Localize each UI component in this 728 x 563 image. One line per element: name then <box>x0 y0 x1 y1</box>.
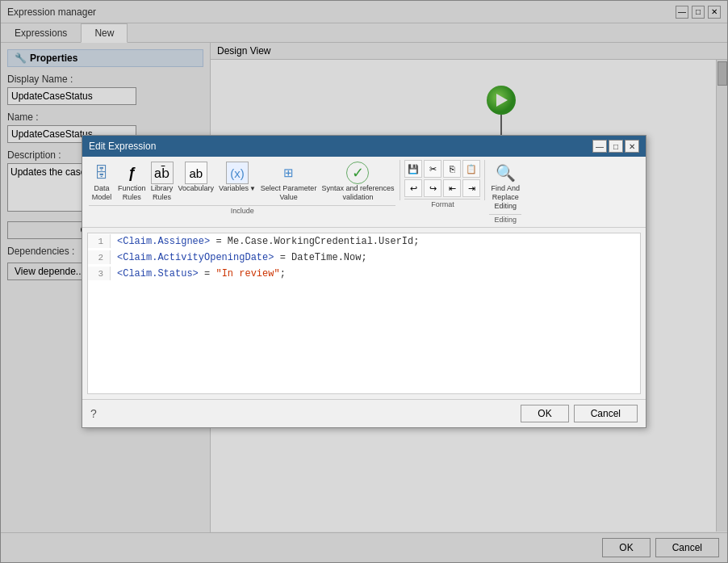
select-parameter-label: Select ParameterValue <box>261 184 317 202</box>
modal-title-bar: Edit Expression — □ ✕ <box>82 136 646 157</box>
modal-minimize-button[interactable]: — <box>592 140 607 153</box>
vocabulary-label: Vocabulary <box>178 184 215 193</box>
main-window: Expression manager — □ ✕ Expressions New… <box>0 0 728 563</box>
variables-label: Variables ▼ <box>219 184 256 193</box>
edit-expression-modal: Edit Expression — □ ✕ 🗄 DataModel <box>82 135 646 427</box>
modal-bottom: ? OK Cancel <box>82 399 646 427</box>
syntax-label: Syntax and referencesvalidation <box>321 184 394 202</box>
data-model-button[interactable]: 🗄 DataModel <box>89 160 115 204</box>
code-line-3: 3 <Claim.Status> = "In review"; <box>88 266 640 282</box>
syntax-validation-button[interactable]: ✓ Syntax and referencesvalidation <box>320 160 395 204</box>
select-parameter-icon: ⊞ <box>278 162 300 184</box>
modal-close-button[interactable]: ✕ <box>625 140 639 153</box>
editing-items: 🔍 Find AndReplaceEditing <box>489 160 521 212</box>
find-replace-label: Find AndReplaceEditing <box>491 184 520 210</box>
modal-toolbar: 🗄 DataModel ƒ FunctionRules ab̄ LibraryR… <box>82 157 646 227</box>
line-content-1: <Claim.Assignee> = Me.Case.WorkingCreden… <box>111 234 419 249</box>
line-num-3: 3 <box>88 267 111 281</box>
include-items: 🗄 DataModel ƒ FunctionRules ab̄ LibraryR… <box>89 160 395 204</box>
modal-overlay: Edit Expression — □ ✕ 🗄 DataModel <box>0 0 728 563</box>
indent-right-button[interactable]: ⇥ <box>462 179 480 197</box>
modal-help-button[interactable]: ? <box>90 407 97 420</box>
format-buttons: 💾 ✂ ⎘ 📋 ↩ ↪ ⇤ ⇥ <box>404 160 480 197</box>
code-editor[interactable]: 1 <Claim.Assignee> = Me.Case.WorkingCred… <box>87 233 641 394</box>
copy-button[interactable]: ⎘ <box>443 160 461 178</box>
undo-left-button[interactable]: ↩ <box>404 179 422 197</box>
indent-left-button[interactable]: ⇤ <box>443 179 461 197</box>
code-line-2: 2 <Claim.ActivityOpeningDate> = DateTime… <box>88 250 640 266</box>
modal-cancel-button[interactable]: Cancel <box>574 405 638 422</box>
format-items: 💾 ✂ ⎘ 📋 ↩ ↪ ⇤ ⇥ <box>404 160 480 197</box>
modal-actions: OK Cancel <box>521 405 638 422</box>
library-icon: ab̄ <box>151 162 174 184</box>
syntax-icon: ✓ <box>346 162 369 184</box>
cut-button[interactable]: ✂ <box>424 160 441 178</box>
paste-button[interactable]: 📋 <box>462 160 480 178</box>
separator2 <box>484 160 485 200</box>
include-section: 🗄 DataModel ƒ FunctionRules ab̄ LibraryR… <box>89 160 395 215</box>
select-parameter-button[interactable]: ⊞ Select ParameterValue <box>259 160 319 204</box>
format-row2: ↩ ↪ ⇤ ⇥ <box>404 179 480 197</box>
code-line-1: 1 <Claim.Assignee> = Me.Case.WorkingCred… <box>88 233 640 250</box>
format-section: 💾 ✂ ⎘ 📋 ↩ ↪ ⇤ ⇥ <box>404 160 480 208</box>
variables-button[interactable]: (x) Variables ▼ <box>217 160 257 204</box>
variables-icon: (x) <box>226 162 249 184</box>
find-replace-button[interactable]: 🔍 Find AndReplaceEditing <box>489 160 521 212</box>
line-num-2: 2 <box>88 250 111 265</box>
separator1 <box>400 160 400 200</box>
modal-title: Edit Expression <box>89 141 156 152</box>
line-content-2: <Claim.ActivityOpeningDate> = DateTime.N… <box>111 250 367 265</box>
modal-controls: — □ ✕ <box>592 140 639 153</box>
line-num-1: 1 <box>88 234 111 249</box>
format-row1: 💾 ✂ ⎘ 📋 <box>404 160 480 178</box>
function-rules-button[interactable]: ƒ FunctionRules <box>116 160 148 204</box>
function-label: FunctionRules <box>118 184 146 202</box>
undo-right-button[interactable]: ↪ <box>424 179 441 197</box>
editing-label: Editing <box>489 214 521 224</box>
modal-ok-button[interactable]: OK <box>521 405 568 422</box>
data-model-icon: 🗄 <box>90 162 113 184</box>
library-rules-button[interactable]: ab̄ LibraryRules <box>149 160 175 204</box>
modal-maximize-button[interactable]: □ <box>609 140 623 153</box>
function-icon: ƒ <box>120 162 143 184</box>
data-model-label: DataModel <box>92 184 112 202</box>
vocabulary-icon: ab <box>185 162 207 184</box>
library-label: LibraryRules <box>151 184 174 202</box>
vocabulary-button[interactable]: ab Vocabulary <box>177 160 216 204</box>
include-label: Include <box>89 205 395 215</box>
save-button[interactable]: 💾 <box>404 160 422 178</box>
editing-section: 🔍 Find AndReplaceEditing Editing <box>489 160 521 223</box>
find-replace-icon: 🔍 <box>494 162 517 184</box>
format-label: Format <box>404 199 480 208</box>
line-content-3: <Claim.Status> = "In review"; <box>111 267 286 281</box>
